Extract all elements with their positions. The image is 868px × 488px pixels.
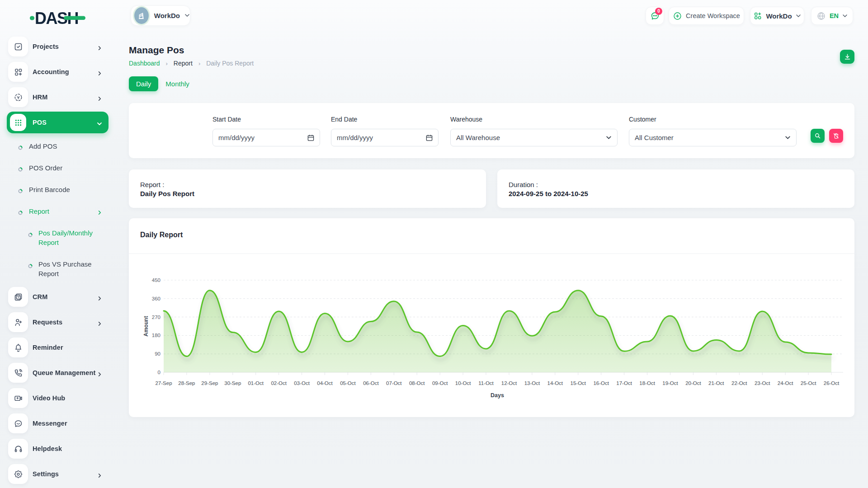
svg-text:10-Oct: 10-Oct bbox=[455, 380, 471, 386]
svg-text:07-Oct: 07-Oct bbox=[386, 380, 402, 386]
svg-text:26-Oct: 26-Oct bbox=[824, 380, 840, 386]
svg-text:14-Oct: 14-Oct bbox=[547, 380, 563, 386]
svg-text:29-Sep: 29-Sep bbox=[201, 380, 218, 386]
svg-text:12-Oct: 12-Oct bbox=[501, 380, 517, 386]
svg-text:19-Oct: 19-Oct bbox=[662, 380, 678, 386]
svg-text:02-Oct: 02-Oct bbox=[271, 380, 287, 386]
svg-text:22-Oct: 22-Oct bbox=[731, 380, 747, 386]
svg-text:180: 180 bbox=[152, 333, 160, 338]
svg-text:450: 450 bbox=[152, 277, 160, 283]
svg-text:08-Oct: 08-Oct bbox=[409, 380, 425, 386]
svg-text:20-Oct: 20-Oct bbox=[685, 380, 701, 386]
svg-text:25-Oct: 25-Oct bbox=[801, 380, 816, 386]
svg-text:16-Oct: 16-Oct bbox=[593, 380, 609, 386]
svg-text:18-Oct: 18-Oct bbox=[639, 380, 655, 386]
svg-text:04-Oct: 04-Oct bbox=[317, 380, 333, 386]
svg-text:05-Oct: 05-Oct bbox=[340, 380, 356, 386]
svg-text:09-Oct: 09-Oct bbox=[432, 380, 448, 386]
svg-text:Days: Days bbox=[491, 392, 504, 399]
svg-text:270: 270 bbox=[152, 314, 160, 320]
svg-text:360: 360 bbox=[152, 296, 160, 301]
svg-text:17-Oct: 17-Oct bbox=[616, 380, 632, 386]
svg-text:23-Oct: 23-Oct bbox=[755, 380, 770, 386]
svg-text:03-Oct: 03-Oct bbox=[294, 380, 310, 386]
svg-text:15-Oct: 15-Oct bbox=[571, 380, 586, 386]
svg-text:21-Oct: 21-Oct bbox=[708, 380, 724, 386]
svg-text:0: 0 bbox=[158, 370, 160, 375]
svg-text:24-Oct: 24-Oct bbox=[778, 380, 793, 386]
svg-text:06-Oct: 06-Oct bbox=[363, 380, 379, 386]
svg-text:90: 90 bbox=[155, 351, 160, 357]
svg-text:30-Sep: 30-Sep bbox=[224, 380, 241, 386]
svg-text:27-Sep: 27-Sep bbox=[155, 380, 172, 386]
svg-text:28-Sep: 28-Sep bbox=[178, 380, 195, 386]
svg-text:13-Oct: 13-Oct bbox=[524, 380, 540, 386]
svg-text:11-Oct: 11-Oct bbox=[478, 380, 494, 386]
svg-text:01-Oct: 01-Oct bbox=[248, 380, 264, 386]
svg-text:Amount: Amount bbox=[143, 316, 149, 336]
